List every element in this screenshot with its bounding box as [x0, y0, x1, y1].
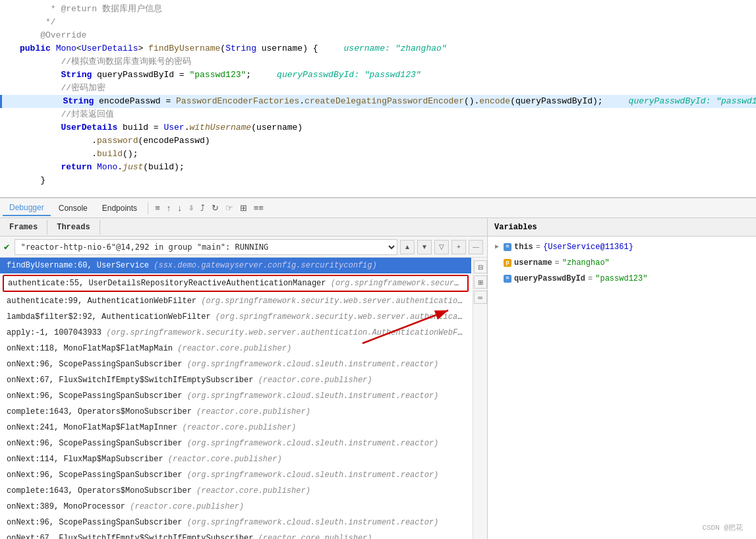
side-actions: ⊟ ⊞ ∞: [473, 258, 487, 539]
frame-item-3[interactable]: authenticate:99, AuthenticationWebFilter…: [0, 293, 471, 309]
frame-item-18[interactable]: onNext:67, FluxSwitchIfEmpty$SwitchIfEmp…: [0, 530, 471, 539]
side-copy-button[interactable]: ⊟: [474, 260, 487, 273]
tab-endpoints[interactable]: Endpoints: [96, 201, 144, 215]
side-export-button[interactable]: ⊞: [474, 275, 487, 289]
variables-header: Variables: [488, 218, 756, 237]
toolbar-icon-step-into[interactable]: ↓: [175, 202, 185, 214]
frame-item-10[interactable]: complete:1643, Operators$MonoSubscriber …: [0, 404, 471, 420]
var-name-querypasswdbyid: queryPasswdById: [514, 273, 585, 285]
toolbar-icon-reload[interactable]: ↻: [209, 202, 221, 214]
var-equals-querypasswdbyid: =: [588, 273, 593, 285]
frames-threads-header: Frames Threads: [0, 218, 487, 237]
nav-down-button[interactable]: ▼: [417, 240, 432, 254]
debugger-body: Frames Threads ✔ "reactor-http-nio-6"@14…: [0, 218, 756, 539]
frames-list: findByUsername:60, UserService (ssx.demo…: [0, 258, 487, 539]
frame-item-7[interactable]: onNext:96, ScopePassingSpanSubscriber (o…: [0, 356, 471, 372]
code-line-11: .password(encodePasswd): [0, 134, 756, 148]
debugger-panel: Debugger Console Endpoints ≡ ↑ ↓ ⇩ ⤴ ↻ ☞…: [0, 198, 756, 539]
code-line-12: .build();: [0, 148, 756, 161]
frames-list-wrapper: findByUsername:60, UserService (ssx.demo…: [0, 258, 487, 539]
frame-item-5[interactable]: apply:-1, 1007043933 (org.springframewor…: [0, 325, 471, 341]
frame-item-11[interactable]: onNext:241, MonoFlatMap$FlatMapInner (re…: [0, 420, 471, 436]
nav-up-button[interactable]: ▲: [400, 240, 415, 254]
var-value-this: {UserService@11361}: [543, 241, 633, 253]
code-line-5: //模拟查询数据库查询账号的密码: [0, 55, 756, 69]
var-equals-this: =: [536, 241, 540, 253]
nav-add-button[interactable]: +: [451, 240, 466, 254]
frame-item-highlighted[interactable]: authenticate:55, UserDetailsRepositoryRe…: [3, 275, 469, 292]
code-line-4: public Mono<UserDetails> findByUsername(…: [0, 42, 756, 55]
code-line-3: @Override: [0, 29, 756, 42]
var-icon-querypasswdbyid: =: [504, 275, 511, 283]
frame-item-active[interactable]: findByUsername:60, UserService (ssx.demo…: [0, 258, 471, 273]
var-item-querypasswdbyid: = queryPasswdById = "passwd123": [488, 271, 756, 287]
toolbar-icon-more[interactable]: ≡≡: [251, 202, 266, 214]
frames-toolbar: ✔ "reactor-http-nio-6"@14,292 in group "…: [0, 237, 487, 258]
tab-frames[interactable]: Frames: [0, 220, 47, 235]
nav-filter-button[interactable]: ▽: [434, 240, 449, 254]
side-infinite-button[interactable]: ∞: [474, 291, 487, 304]
toolbar-icon-step-over[interactable]: ↑: [164, 202, 174, 214]
tab-threads[interactable]: Threads: [47, 220, 100, 235]
var-value-querypasswdbyid: "passwd123": [595, 273, 647, 285]
nav-remove-button[interactable]: —: [469, 240, 483, 254]
frame-item-8[interactable]: onNext:67, FluxSwitchIfEmpty$SwitchIfEmp…: [0, 372, 471, 388]
variables-panel: Variables ▶ = this = {UserService@11361}…: [488, 218, 756, 539]
tab-console[interactable]: Console: [52, 201, 94, 215]
code-editor: * @return 数据库用户信息 */ @Override public Mo…: [0, 0, 756, 198]
code-line-2: */: [0, 16, 756, 29]
code-content: * @return 数据库用户信息 */ @Override public Mo…: [0, 0, 756, 190]
var-equals-username: =: [555, 257, 560, 269]
frame-item-15[interactable]: complete:1643, Operators$MonoSubscriber …: [0, 483, 471, 499]
var-expand-querypasswdbyid: [493, 275, 501, 283]
code-line-14: }: [0, 174, 756, 187]
frame-item-6[interactable]: onNext:118, MonoFlatMap$FlatMapMain (rea…: [0, 341, 471, 356]
frames-panel: Frames Threads ✔ "reactor-http-nio-6"@14…: [0, 218, 488, 539]
var-name-this: this: [514, 241, 533, 253]
var-expand-username: [493, 259, 501, 267]
thread-selector[interactable]: "reactor-http-nio-6"@14,292 in group "ma…: [15, 239, 397, 255]
var-item-username: p username = "zhanghao": [488, 255, 756, 271]
var-icon-username: p: [504, 259, 511, 267]
toolbar-icon-evaluate[interactable]: ⊞: [237, 202, 250, 214]
tab-debugger[interactable]: Debugger: [3, 200, 51, 216]
code-line-7: //密码加密: [0, 82, 756, 95]
frame-item-17[interactable]: onNext:96, ScopePassingSpanSubscriber (o…: [0, 515, 471, 530]
debugger-toolbar: Debugger Console Endpoints ≡ ↑ ↓ ⇩ ⤴ ↻ ☞…: [0, 198, 756, 218]
running-indicator: ✔: [4, 241, 9, 252]
code-line-6: String queryPasswdById = "passwd123"; qu…: [0, 69, 756, 82]
frame-item-14[interactable]: onNext:96, ScopePassingSpanSubscriber (o…: [0, 467, 471, 483]
watermark: CSDN @把花: [702, 523, 743, 532]
var-expand-this[interactable]: ▶: [493, 243, 501, 251]
frame-item-12[interactable]: onNext:96, ScopePassingSpanSubscriber (o…: [0, 436, 471, 451]
var-value-username: "zhanghao": [562, 257, 610, 269]
var-icon-this: =: [504, 243, 511, 251]
code-line-13: return Mono.just(build);: [0, 161, 756, 174]
toolbar-icon-resume[interactable]: ⤴: [198, 202, 208, 214]
frame-item-16[interactable]: onNext:389, MonoProcessor (reactor.core.…: [0, 499, 471, 515]
toolbar-icon-menu[interactable]: ≡: [152, 202, 163, 214]
variables-list: ▶ = this = {UserService@11361} p usernam…: [488, 237, 756, 539]
toolbar-separator-1: [148, 202, 148, 214]
toolbar-icon-run-to-cursor[interactable]: ☞: [223, 202, 236, 214]
frame-item-13[interactable]: onNext:114, FluxMap$MapSubscriber (react…: [0, 451, 471, 467]
code-line-1: * @return 数据库用户信息: [0, 3, 756, 16]
var-item-this: ▶ = this = {UserService@11361}: [488, 239, 756, 255]
code-line-10: UserDetails build = User.withUsername(us…: [0, 121, 756, 134]
frame-item-4[interactable]: lambda$filter$2:92, AuthenticationWebFil…: [0, 309, 471, 325]
frame-item-9[interactable]: onNext:96, ScopePassingSpanSubscriber (o…: [0, 388, 471, 404]
toolbar-icon-step-out[interactable]: ⇩: [186, 203, 196, 213]
var-name-username: username: [514, 257, 552, 269]
code-line-9: //封装返回值: [0, 108, 756, 121]
code-line-8: String encodePasswd = PasswordEncoderFac…: [0, 95, 756, 108]
